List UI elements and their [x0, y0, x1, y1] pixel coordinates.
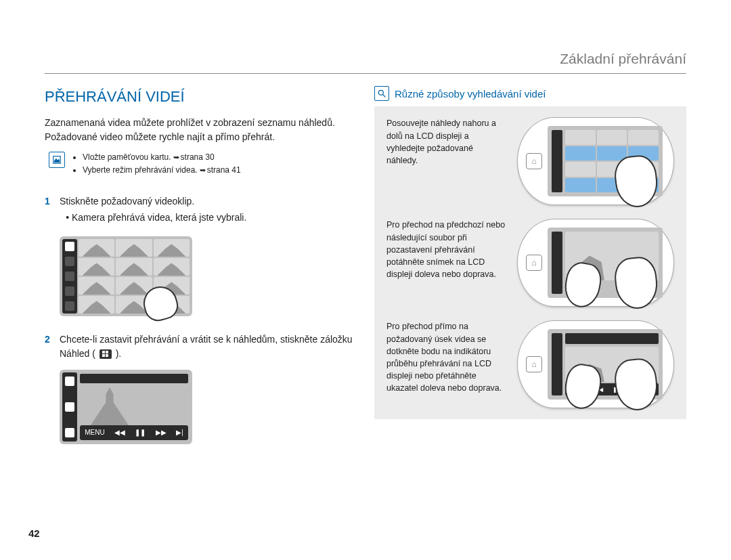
tip-panel: Posouvejte náhledy nahoru a dolů na LCD …: [374, 106, 686, 419]
playback-sidebar-icon: [65, 428, 74, 437]
playback-left-bar: [62, 372, 77, 441]
thumbnail-cell: [79, 239, 114, 257]
tip-text: Pro přechod přímo na požadovaný úsek vid…: [386, 320, 506, 394]
tip-text: Posouvejte náhledy nahoru a dolů na LCD …: [386, 117, 506, 167]
tip-row-scroll: Posouvejte náhledy nahoru a dolů na LCD …: [386, 117, 674, 205]
note-text: Vyberte režim přehrávání videa.: [83, 165, 198, 175]
page-number: 42: [28, 526, 40, 541]
svg-line-2: [383, 95, 386, 98]
thumbnail-sidebar: [62, 239, 77, 314]
thumbnail-sidebar-icon: [65, 301, 74, 311]
playback-top-bar: [80, 374, 188, 383]
device-illustration-seek: ⌂ MENU ◀◀ ❚❚ ▶▶ ▶|: [517, 320, 674, 408]
step-2: 2 Chcete-li zastavit přehrávání a vrátit…: [45, 332, 357, 363]
playback-control-bar: MENU ◀◀ ❚❚ ▶▶ ▶|: [80, 425, 188, 440]
playback-silhouette: [91, 387, 129, 425]
tip-text: Pro přechod na předchozí nebo následujíc…: [386, 219, 506, 280]
step-text-part: ).: [116, 348, 122, 359]
playback-figure: MENU ◀◀ ❚❚ ▶▶ ▶|: [60, 370, 357, 444]
thumbnail-sidebar-icon: [65, 286, 74, 296]
playback-sidebar-icon: [65, 376, 74, 386]
device-sidebar: [552, 232, 562, 294]
intro-text: Zaznamenaná videa můžete prohlížet v zob…: [45, 116, 357, 144]
page-ref-arrow-icon: [171, 152, 181, 162]
left-column: PŘEHRÁVÁNÍ VIDEÍ Zaznamenaná videa můžet…: [45, 86, 357, 460]
note-text: Vložte paměťovou kartu.: [83, 152, 171, 162]
thumbnail-cell: [79, 258, 114, 276]
step-1: 1 Stiskněte požadovaný videoklip. Kamera…: [45, 194, 357, 230]
thumbnail-cell: [116, 239, 152, 257]
menu-label: MENU: [85, 428, 104, 438]
forward-icon: ▶▶: [156, 428, 167, 438]
device-sidebar: [552, 130, 562, 192]
next-icon: ▶|: [176, 428, 183, 438]
home-button-icon: ⌂: [526, 356, 542, 372]
note-ref: strana 41: [207, 165, 241, 175]
thumbnail-cell: [79, 277, 114, 295]
device-illustration-scroll: ⌂: [517, 117, 674, 205]
thumbnail-tab-icon: [99, 349, 112, 359]
pause-icon: ❚❚: [135, 428, 146, 438]
step-text: Chcete-li zastavit přehrávání a vrátit s…: [60, 332, 357, 360]
thumbnail-cell: [79, 296, 114, 314]
step-sub-bullet: Kamera přehrává videa, která jste vybral…: [72, 211, 246, 224]
rewind-icon: ◀◀: [114, 428, 125, 438]
device-illustration-swipe: ⌂: [517, 219, 674, 307]
note-item: Vyberte režim přehrávání videa.strana 41: [83, 165, 241, 176]
step-number: 2: [45, 332, 54, 363]
section-title: PŘEHRÁVÁNÍ VIDEÍ: [45, 86, 357, 108]
device-sidebar: [552, 333, 562, 395]
tip-row-swipe: Pro přechod na předchozí nebo následujíc…: [386, 219, 674, 307]
playback-sidebar-icon: [65, 402, 74, 412]
home-button-icon: ⌂: [526, 153, 542, 169]
thumbnail-sidebar-icon: [65, 272, 74, 281]
tip-header: Různé způsoby vyhledávání videí: [374, 86, 686, 101]
step-number: 1: [45, 194, 54, 230]
tip-row-seek: Pro přechod přímo na požadovaný úsek vid…: [386, 320, 674, 408]
thumbnail-sidebar-icon: [65, 257, 74, 266]
step-text: Stiskněte požadovaný videoklip.: [60, 194, 246, 208]
tip-title: Různé způsoby vyhledávání videí: [395, 87, 546, 102]
note-box: Vložte paměťovou kartu.strana 30 Vyberte…: [49, 152, 357, 178]
magnifier-icon: [374, 86, 389, 101]
thumbnail-grid-figure: [60, 236, 357, 316]
note-item: Vložte paměťovou kartu.strana 30: [83, 152, 241, 163]
thumbnail-cell: [116, 258, 152, 276]
note-icon: [49, 152, 65, 168]
svg-point-1: [378, 91, 383, 95]
page-ref-arrow-icon: [198, 165, 207, 175]
device-top-info: [565, 333, 659, 344]
thumbnail-cell: [154, 258, 190, 276]
note-ref: strana 30: [181, 152, 215, 162]
thumbnail-cell: [154, 239, 190, 257]
right-column: Různé způsoby vyhledávání videí Posouvej…: [374, 86, 686, 460]
home-button-icon: ⌂: [526, 255, 542, 271]
thumbnail-sidebar-icon: [65, 242, 74, 251]
running-header: Základní přehrávání: [45, 49, 686, 74]
note-list: Vložte paměťovou kartu.strana 30 Vyberte…: [72, 152, 241, 178]
